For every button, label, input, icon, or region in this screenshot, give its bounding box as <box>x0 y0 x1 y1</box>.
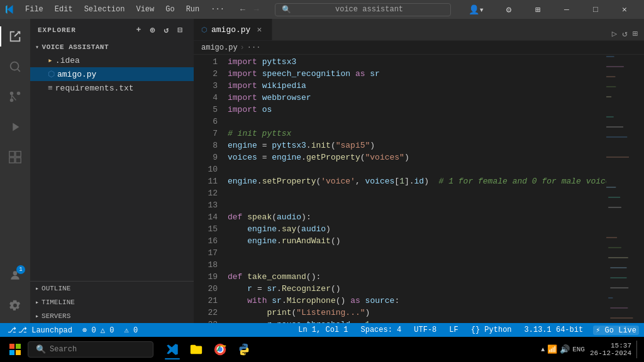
volume-icon[interactable]: 🔊 <box>560 344 570 354</box>
keyboard-layout[interactable]: ENG <box>572 346 585 353</box>
taskbar-item-file-explorer[interactable] <box>185 338 208 361</box>
menu-selection[interactable]: Selection <box>79 4 130 15</box>
new-file-button[interactable]: + <box>133 25 145 36</box>
python-file-icon: ⬡ <box>48 69 55 79</box>
code-line: engine = pyttsx3.init("sapi5") <box>228 140 606 151</box>
nav-forward[interactable]: → <box>251 4 262 16</box>
search-text[interactable]: voice assistant <box>295 5 444 14</box>
svg-rect-9 <box>9 344 14 349</box>
history-button[interactable]: ↺ <box>621 27 628 40</box>
split-editor-button[interactable]: ⊞ <box>631 27 639 40</box>
taskbar-pinned-items <box>161 338 255 361</box>
taskbar-item-python[interactable] <box>233 338 255 361</box>
tab-label: amigo.py <box>211 25 250 35</box>
code-line <box>228 116 606 128</box>
run-button[interactable]: ▷ <box>611 27 618 40</box>
maximize-button[interactable]: □ <box>581 0 610 19</box>
menu-go[interactable]: Go <box>160 4 179 15</box>
taskbar-item-chrome[interactable] <box>209 338 231 361</box>
code-line: def take_command(): <box>228 271 606 283</box>
editor-tab-amigo[interactable]: ⬡ amigo.py ✕ <box>194 19 272 40</box>
account-icon[interactable]: 👤▾ <box>464 4 489 15</box>
statusbar-encoding[interactable]: UTF-8 <box>411 326 439 334</box>
line-number: 7 <box>194 128 218 140</box>
branch-label: ⎇ Launchpad <box>18 326 72 335</box>
line-number: 8 <box>194 140 218 151</box>
sidebar-item-idea[interactable]: ▸ .idea <box>30 53 194 67</box>
minimize-button[interactable]: — <box>552 0 581 19</box>
line-numbers: 1234567891011121314151617181920212223242… <box>194 55 225 323</box>
taskbar-start-button[interactable] <box>5 339 25 359</box>
activity-item-accounts[interactable]: 1 <box>0 260 30 290</box>
statusbar-version[interactable]: 3.13.1 64-bit <box>522 326 586 334</box>
code-line <box>228 199 606 211</box>
sidebar-timeline[interactable]: ▸ TIMELINE <box>30 295 194 309</box>
menu-edit[interactable]: Edit <box>50 4 78 15</box>
statusbar-errors[interactable]: ⊗ 0 △ 0 <box>80 326 116 335</box>
network-icon[interactable]: 📶 <box>547 344 557 354</box>
code-content[interactable]: import pyttsx3import speech_recognition … <box>225 55 606 323</box>
line-number: 1 <box>194 56 218 68</box>
statusbar-warnings[interactable]: ⚠ 0 <box>121 326 140 335</box>
accounts-badge: 1 <box>16 265 25 274</box>
menu-more[interactable]: ··· <box>206 4 230 15</box>
menu-run[interactable]: Run <box>181 4 205 15</box>
sidebar: EXPLORER + ⊕ ↺ ⊟ ▾ VOICE ASSISTANT ▸ .id… <box>30 19 194 323</box>
activity-item-search[interactable] <box>0 52 30 82</box>
refresh-button[interactable]: ↺ <box>161 25 172 36</box>
python-file-name: amigo.py <box>57 70 96 79</box>
collapse-button[interactable]: ⊟ <box>175 25 186 36</box>
svg-point-0 <box>11 62 19 70</box>
statusbar-branch[interactable]: ⎇ ⎇ Launchpad <box>5 326 75 335</box>
statusbar-language[interactable]: {} Python <box>469 326 514 334</box>
show-desktop[interactable] <box>636 341 639 358</box>
settings-icon[interactable]: ⚙ <box>494 0 523 19</box>
taskbar-search-box[interactable]: 🔍 Search <box>28 341 153 358</box>
sidebar-item-amigo[interactable]: ⬡ amigo.py <box>30 67 194 81</box>
close-button[interactable]: ✕ <box>610 0 639 19</box>
outline-chevron: ▸ <box>35 285 39 292</box>
language-label: {} Python <box>471 326 512 334</box>
taskbar-item-vscode[interactable] <box>161 338 184 361</box>
activity-item-run-debug[interactable] <box>0 112 30 142</box>
menu-view[interactable]: View <box>131 4 159 15</box>
statusbar-position[interactable]: Ln 1, Col 1 <box>296 326 350 334</box>
main-area: 1 EXPLORER + ⊕ ↺ ⊟ ▾ VOICE ASSISTANT ▸ .… <box>0 19 644 323</box>
tab-close-button[interactable]: ✕ <box>254 25 264 35</box>
line-number: 16 <box>194 235 218 247</box>
statusbar-go-live[interactable]: ⚡ Go Live <box>593 326 639 335</box>
activity-item-extensions[interactable] <box>0 142 30 172</box>
menu-file[interactable]: File <box>20 4 48 15</box>
sidebar-servers[interactable]: ▸ SERVERS <box>30 309 194 323</box>
taskbar-right: ▲ 📶 🔊 ENG 15:37 26-12-2024 <box>541 341 639 358</box>
svg-rect-4 <box>9 151 14 156</box>
project-name: VOICE ASSISTANT <box>42 43 109 51</box>
line-number: 19 <box>194 271 218 283</box>
breadcrumb-file[interactable]: amigo.py <box>201 43 238 52</box>
search-icon: 🔍 <box>282 5 291 14</box>
sidebar-outline[interactable]: ▸ OUTLINE <box>30 282 194 295</box>
taskbar-clock[interactable]: 15:37 26-12-2024 <box>590 342 631 357</box>
sidebar-bottom: ▸ OUTLINE ▸ TIMELINE ▸ SERVERS <box>30 281 194 323</box>
line-number: 22 <box>194 307 218 319</box>
layout-icon[interactable]: ⊞ <box>523 0 552 19</box>
code-line: voices = engine.getProperty("voices") <box>228 151 606 163</box>
sidebar-item-requirements[interactable]: ≡ requirements.txt <box>30 81 194 95</box>
svg-rect-6 <box>9 158 14 163</box>
activity-item-explorer[interactable] <box>0 21 30 52</box>
code-line: with sr.Microphone() as source: <box>228 295 606 307</box>
breadcrumb-more[interactable]: ··· <box>247 43 261 52</box>
activity-item-settings[interactable] <box>0 290 30 321</box>
activity-item-source-control[interactable] <box>0 82 30 112</box>
line-number: 11 <box>194 175 218 187</box>
statusbar-line-ending[interactable]: LF <box>447 326 460 334</box>
code-container[interactable]: 1234567891011121314151617181920212223242… <box>194 55 606 323</box>
nav-back[interactable]: ← <box>237 4 248 16</box>
statusbar-spaces[interactable]: Spaces: 4 <box>358 326 404 334</box>
activity-bar: 1 <box>0 19 30 323</box>
titlebar: File Edit Selection View Go Run ··· ← → … <box>0 0 644 19</box>
tray-icon-up[interactable]: ▲ <box>541 346 545 353</box>
project-section-header[interactable]: ▾ VOICE ASSISTANT <box>30 41 194 53</box>
new-folder-button[interactable]: ⊕ <box>147 25 158 36</box>
line-number: 6 <box>194 116 218 128</box>
